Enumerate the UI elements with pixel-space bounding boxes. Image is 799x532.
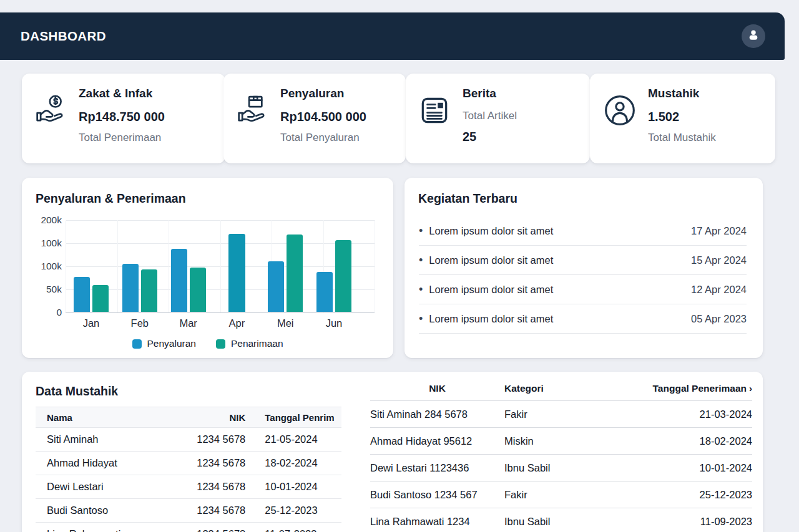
table-cell: 25-12-2023 xyxy=(245,499,341,523)
table-cell: 18-02-2024 xyxy=(614,428,752,455)
table-row: Siti Aminah 284 5678Fakir21-03-2024 xyxy=(370,401,752,428)
y-axis-tick: 50k xyxy=(46,284,62,295)
bar-penyaluran[interactable] xyxy=(74,277,90,312)
bar-penyaluran[interactable] xyxy=(171,249,187,312)
col-header-kategori: Kategori xyxy=(504,377,614,401)
table-cell: 1234 5678 xyxy=(185,475,245,499)
y-axis-tick: 200k xyxy=(41,215,62,226)
activity-item: •Lorem ipsum dolor sit amet12 Apr 2024 xyxy=(419,275,747,304)
table-cell: Budi Santoso 1234 567 xyxy=(370,481,504,508)
gridline xyxy=(169,220,169,312)
table-cell: 10-01-2024 xyxy=(245,475,341,499)
legend-label: Penyaluran xyxy=(147,338,196,349)
stat-subtitle: Total Penyaluran xyxy=(280,131,366,144)
activity-date: 15 Apr 2024 xyxy=(691,254,747,266)
hand-coin-icon xyxy=(34,94,68,130)
table-cell: Ibnu Sabil xyxy=(504,508,614,532)
table-row: Lina Rahmawati1234 567811-07-2023 xyxy=(36,523,341,532)
bar-penarimaan[interactable] xyxy=(287,235,303,312)
activity-date: 17 Apr 2024 xyxy=(691,225,747,237)
top-bar: DASHBOARD xyxy=(0,12,785,60)
legend-item-penarimaan[interactable]: Penarimaan xyxy=(216,338,283,349)
stat-subtitle: Total Penerimaan xyxy=(79,131,165,144)
bullet-icon: • xyxy=(419,254,423,267)
table-cell: 1234 5678 xyxy=(185,523,245,532)
page-title: DASHBOARD xyxy=(21,29,106,44)
activity-title: Kegiatan Terbaru xyxy=(418,191,517,206)
table-cell: 11-07-2023 xyxy=(245,523,341,532)
stat-card-penyaluran: Penyaluran Rp104.500 000 Total Penyalura… xyxy=(223,74,406,163)
table-cell: Lina Rahmawati 1234 xyxy=(370,508,504,532)
table-title: Data Mustahik xyxy=(36,384,118,399)
table-row: Siti Aminah1234 567821-05-2024 xyxy=(36,428,341,452)
chart-plot-area xyxy=(66,220,375,312)
table-row: Dewi Lestari 1123436Ibnu Sabil10-01-2024 xyxy=(370,455,752,481)
x-axis-label: Mar xyxy=(179,317,197,329)
stat-card-mustahik: Mustahik 1.502 Total Mustahik xyxy=(590,74,775,163)
x-axis-label: Feb xyxy=(131,317,149,329)
table-cell: 1234 5678 xyxy=(185,428,245,452)
table-cell: Budi Santoso xyxy=(36,499,185,523)
sort-header-tanggal-penerimaan[interactable]: Tanggal Penerimaan› xyxy=(614,377,752,401)
table-cell: Fakir xyxy=(504,481,614,508)
y-axis-tick: 0 xyxy=(56,307,62,318)
table-cell: Ahmad Hidayat xyxy=(36,452,185,475)
x-axis-label: Jun xyxy=(326,317,343,329)
gridline xyxy=(220,220,221,312)
table-cell: Fakir xyxy=(504,401,614,428)
activity-card: Kegiatan Terbaru •Lorem ipsum dolor sit … xyxy=(404,178,763,358)
activity-item: •Lorem ipsum dolor sit amet17 Apr 2024 xyxy=(419,216,747,246)
table-row: Ahmad Hidayat1234 567818-02-2024 xyxy=(36,452,341,475)
hand-box-icon xyxy=(236,94,270,130)
person-circle-icon xyxy=(602,93,637,130)
bar-penyaluran[interactable] xyxy=(268,261,284,312)
chart-card: Penyaluran & Penerimaan 200k100k100k50k0… xyxy=(22,178,393,358)
newspaper-icon xyxy=(418,94,452,129)
avatar[interactable] xyxy=(742,24,765,48)
activity-list: •Lorem ipsum dolor sit amet17 Apr 2024•L… xyxy=(419,216,747,334)
activity-date: 12 Apr 2024 xyxy=(691,284,747,296)
x-axis-label: Jan xyxy=(83,317,100,329)
table-row: Lina Rahmawati 1234Ibnu Sabil11-09-2023 xyxy=(370,508,752,532)
col-header-tanggal: Tanggal Penrim xyxy=(245,407,341,428)
table-cell: 10-01-2024 xyxy=(614,455,752,481)
stat-title: Penyaluran xyxy=(280,86,366,100)
activity-item: •Lorem ipsum dolor sit amet15 Apr 2024 xyxy=(419,246,747,275)
table-header-row: Nama NIK Tanggal Penrim xyxy=(36,407,341,428)
bullet-icon: • xyxy=(419,312,423,326)
legend-swatch xyxy=(132,339,142,349)
table-row: Dewi Lestari1234 567810-01-2024 xyxy=(36,475,341,499)
chart-title: Penyaluran & Penerimaan xyxy=(36,191,186,206)
table-cell: 18-02-2024 xyxy=(245,452,341,475)
col-header-nik: NIK xyxy=(185,407,245,428)
activity-item: •Lorem ipsum dolor sit amet05 Apr 2023 xyxy=(419,304,747,334)
bar-penarimaan[interactable] xyxy=(141,269,157,312)
table-cell: 21-03-2024 xyxy=(614,401,752,428)
table-cell: Siti Aminah 284 5678 xyxy=(370,401,504,428)
data-mustahik-card: Data Mustahik Nama NIK Tanggal Penrim Si… xyxy=(22,372,763,532)
legend-item-penyaluran[interactable]: Penyaluran xyxy=(132,338,196,349)
chart-legend: PenyaluranPenarimaan xyxy=(22,338,393,349)
x-axis-label: Mei xyxy=(277,317,294,329)
bar-penarimaan[interactable] xyxy=(92,285,109,312)
chart-x-axis: JanFebMarAprMeiJun xyxy=(66,317,375,331)
bullet-icon: • xyxy=(419,283,423,296)
bar-penarimaan[interactable] xyxy=(228,234,245,312)
bar-penarimaan[interactable] xyxy=(190,268,206,312)
table-cell: Dewi Lestari xyxy=(36,475,185,499)
table-row: Ahmad Hidayat 95612Miskin18-02-2024 xyxy=(370,428,752,455)
table-row: Budi Santoso 1234 567Fakir25-12-2023 xyxy=(370,481,752,508)
stat-card-zakat: Zakat & Infak Rp148.750 000 Total Peneri… xyxy=(22,74,225,163)
col-header-nama: Nama xyxy=(36,407,185,428)
table-cell: Lina Rahmawati xyxy=(36,523,185,532)
legend-label: Penarimaan xyxy=(231,338,283,349)
stat-value: Rp104.500 000 xyxy=(280,109,366,124)
table-cell: Siti Aminah xyxy=(36,428,185,452)
bar-penyaluran[interactable] xyxy=(316,272,333,312)
mustahik-table: Nama NIK Tanggal Penrim Siti Aminah1234 … xyxy=(36,407,341,532)
activity-text: Lorem ipsum dolor sit amet xyxy=(429,313,553,325)
chevron-right-icon: › xyxy=(749,383,752,394)
bar-penyaluran[interactable] xyxy=(122,264,139,312)
stat-subtitle: Total Mustahik xyxy=(648,131,716,144)
bar-penarimaan[interactable] xyxy=(335,240,351,312)
